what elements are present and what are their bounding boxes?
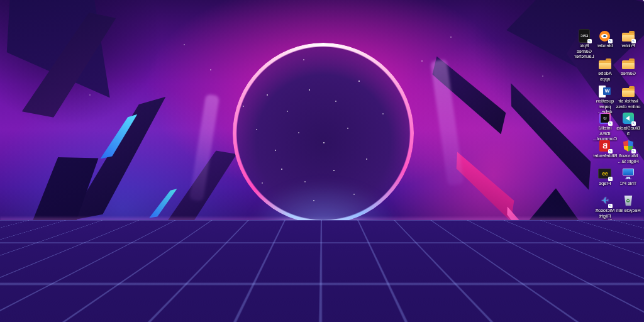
- desktop-icon-label: Adobe apps: [592, 71, 618, 82]
- desktop-icon-bitdefender[interactable]: B↗Bitdefender: [594, 139, 616, 159]
- shortcut-arrow-icon: ↗: [631, 39, 636, 43]
- desktop-icon-label: BlueStacks 5: [616, 126, 641, 136]
- desktop-icon-label: MSI Afterburner: [616, 291, 641, 302]
- language-code: ENG: [59, 309, 68, 314]
- desktop-icon-steam[interactable]: ↗Steam: [594, 249, 616, 269]
- desktop-icon-label: GeForce Experience: [616, 264, 641, 274]
- mail-icon: [287, 310, 297, 318]
- whatsapp-icon: [226, 309, 237, 319]
- blender-taskbar-button[interactable]: [194, 305, 209, 322]
- desktop-icon-label: kartick sir online class: [616, 99, 641, 109]
- speaker-icon: [34, 310, 42, 318]
- shortcut-arrow-icon: ↗: [631, 121, 636, 126]
- desktop-icon-question-paper[interactable]: question paper debe...: [594, 84, 616, 115]
- chrome-icon: [272, 309, 282, 319]
- desktop-icon-label: Games: [616, 71, 641, 77]
- shortcut-arrow-icon: ↗: [608, 149, 613, 153]
- pixel-game-icon: [180, 308, 192, 319]
- desktop-icon-geforce-experience[interactable]: ↗GeForce Experience: [617, 249, 640, 274]
- shortcut-arrow-icon: ↗: [631, 231, 636, 236]
- chat-icon: [408, 309, 418, 319]
- desktop-icon-label: ProtonVPN: [592, 236, 618, 242]
- cortana-button[interactable]: [375, 305, 390, 322]
- desktop-icon-label: Epic Games Launcher: [572, 43, 597, 60]
- search-button[interactable]: [450, 305, 465, 322]
- desktop-screen: ↗Printer Games kartick sir online class …: [0, 0, 644, 322]
- desktop-icon-label: Bitdefender: [592, 153, 618, 159]
- desktop-icon-ms-flight-shield[interactable]: ↗Microsoft Flight Si...: [617, 139, 640, 164]
- edge-badged-button[interactable]: [345, 305, 360, 322]
- spotify-icon: [362, 309, 373, 319]
- region-code: IN: [59, 314, 68, 319]
- this-pc-icon: [623, 169, 634, 179]
- desktop-icon-blender[interactable]: ↗blender: [594, 29, 616, 49]
- start-icon: [469, 309, 478, 319]
- file-explorer-button[interactable]: [314, 305, 330, 322]
- desktop-icon-bluestacks[interactable]: ↗BlueStacks 5: [617, 111, 640, 136]
- shortcut-arrow-icon: ↗: [608, 39, 613, 43]
- shortcut-arrow-icon: ↗: [631, 149, 636, 153]
- desktop-icon-nvidia[interactable]: ↗NVIDIA GeFor...: [617, 221, 640, 247]
- shortcut-arrow-icon: ↗: [587, 39, 592, 43]
- folder-icon: [599, 60, 611, 69]
- clock-date: 12-11-2021: [4, 314, 28, 319]
- clock-time: 16:29: [4, 308, 28, 314]
- desktop-icon-label: This PC: [616, 181, 641, 187]
- microsoft-store-icon: [302, 309, 312, 319]
- desktop-icon-label: Microsoft Flight Si...: [616, 153, 641, 164]
- desktop-icon-ms-flight-sim[interactable]: ✈↗Microsoft Flight Simu...: [594, 194, 616, 225]
- desktop-icon-label: Printer: [616, 43, 641, 49]
- desktop-icon-msi-afterburner[interactable]: ↗MSI Afterburner: [617, 277, 640, 302]
- folder-icon: [622, 60, 635, 69]
- steam-taskbar-button[interactable]: [209, 305, 224, 322]
- chrome-button[interactable]: [269, 305, 284, 322]
- network-icon: [45, 310, 53, 318]
- language-indicator[interactable]: ENG IN: [59, 309, 68, 319]
- task-view-button[interactable]: [435, 305, 450, 322]
- zoom-button[interactable]: [254, 305, 269, 322]
- recycle-bin-icon: ♻: [624, 196, 633, 206]
- shortcut-arrow-icon: ↗: [608, 259, 613, 264]
- ring-blue-glow: [242, 176, 405, 252]
- game-taskbar-button[interactable]: [179, 305, 194, 322]
- microsoft-store-button[interactable]: [299, 305, 314, 322]
- desktop-icon-this-pc[interactable]: This PC: [617, 167, 640, 187]
- edge-icon: [347, 309, 358, 319]
- widgets-button[interactable]: [420, 305, 435, 322]
- desktop-icon-games[interactable]: Games: [617, 57, 640, 77]
- discord-icon: [242, 309, 252, 319]
- start-button[interactable]: [465, 305, 480, 322]
- chat-button[interactable]: [405, 305, 420, 322]
- taskbar-clock[interactable]: 16:29 12-11-2021: [4, 308, 28, 319]
- desktop-icon-label: Recycle Bin: [616, 208, 641, 214]
- file-explorer-icon: [316, 309, 328, 318]
- desktop-icon-epic-games[interactable]: EPIC↗Epic Games Launcher: [573, 29, 596, 60]
- edge-icon: [332, 309, 343, 319]
- desktop-icon-printer[interactable]: ↗Printer: [617, 29, 640, 49]
- desktop-icon-intellij[interactable]: IJ↗IntelliJ IDEA Communi...: [594, 111, 616, 142]
- desktop-icon-recycle-bin[interactable]: ♻Recycle Bin: [617, 194, 640, 214]
- shortcut-arrow-icon: ↗: [608, 287, 613, 291]
- zoom-icon: [257, 309, 267, 319]
- word-doc-icon: [599, 86, 611, 97]
- desktop-icon-label: Steam: [592, 264, 618, 269]
- desktop-icon-protonvpn[interactable]: ↗ProtonVPN: [594, 221, 616, 242]
- spotify-button[interactable]: [360, 305, 375, 322]
- discord-button[interactable]: [239, 305, 254, 322]
- tray-overflow-chevron[interactable]: ^: [74, 311, 77, 318]
- desktop-icon-fraps[interactable]: 99↗Fraps: [594, 167, 616, 187]
- settings-button[interactable]: ⚙: [390, 305, 405, 322]
- shortcut-arrow-icon: ↗: [608, 177, 613, 181]
- desktop-icon-label: NVIDIA GeFor...: [616, 236, 641, 247]
- cortana-icon: [379, 310, 387, 318]
- desktop-icon-adobe-apps[interactable]: Adobe apps: [594, 57, 616, 82]
- whatsapp-button[interactable]: [224, 305, 239, 322]
- edge-button[interactable]: [330, 305, 345, 322]
- desktop-icon-kartick-class[interactable]: kartick sir online class: [617, 84, 640, 109]
- search-icon: [453, 309, 463, 319]
- mail-button[interactable]: [284, 305, 299, 322]
- shortcut-arrow-icon: ↗: [608, 204, 613, 208]
- tray-status-icons[interactable]: [34, 310, 53, 318]
- desktop-icon-bluej[interactable]: ↗BlueJ: [594, 277, 616, 297]
- taskbar-app-cluster: ⚙: [179, 305, 480, 322]
